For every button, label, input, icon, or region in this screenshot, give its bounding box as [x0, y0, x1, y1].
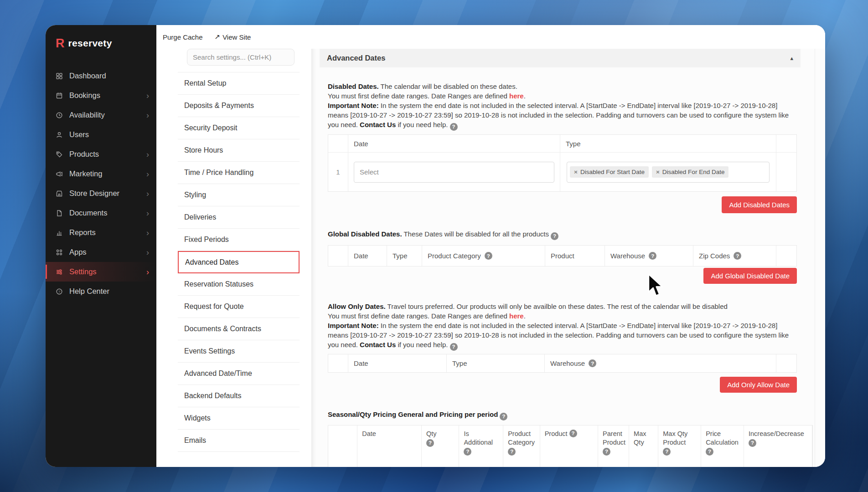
column-header-warehouse: Warehouse?	[605, 246, 693, 266]
column-header-warehouse: Warehouse?	[545, 354, 776, 372]
column-header-increase-decrease: Increase/Decrease?	[744, 425, 812, 467]
settings-nav-item-advanced-date-time[interactable]: Advanced Date/Time	[178, 363, 300, 385]
storefront-icon	[56, 190, 63, 197]
contact-us-link[interactable]: Contact Us	[360, 341, 396, 348]
help-icon[interactable]: ?	[426, 439, 434, 447]
type-tag[interactable]: ×Disabled For End Date	[652, 166, 728, 178]
column-header-is-additional: Is Additional?	[459, 425, 503, 467]
sidebar-item-label: Apps	[69, 248, 87, 256]
settings-nav-item-deposits-payments[interactable]: Deposits & Payments	[178, 95, 300, 117]
help-icon[interactable]: ?	[663, 448, 671, 456]
settings-nav-item-security-deposit[interactable]: Security Deposit	[178, 117, 300, 139]
sidebar-item-marketing[interactable]: Marketing ›	[46, 164, 156, 184]
remove-tag-icon[interactable]: ×	[656, 169, 660, 175]
bar-chart-icon	[56, 229, 63, 236]
add-global-disabled-date-button[interactable]: Add Global Disabled Date	[703, 268, 797, 284]
settings-nav-item-store-hours[interactable]: Store Hours	[178, 139, 300, 162]
chevron-right-icon: ›	[146, 248, 149, 256]
sidebar-nav: Dashboard Bookings › Availability › User…	[46, 66, 156, 301]
sidebar-item-label: Store Designer	[69, 189, 119, 198]
column-header-type: Type	[560, 135, 776, 152]
column-header-date: Date	[348, 135, 560, 152]
settings-nav-item-deliveries[interactable]: Deliveries	[178, 206, 300, 229]
settings-nav-item-reservation-statuses[interactable]: Reservation Statuses	[178, 273, 300, 296]
column-header-qty: Qty?	[422, 425, 459, 467]
sidebar-item-label: Help Center	[69, 287, 109, 296]
sidebar-item-dashboard[interactable]: Dashboard	[46, 66, 156, 86]
help-icon[interactable]: ?	[749, 439, 756, 447]
help-icon[interactable]: ?	[589, 359, 596, 367]
settings-nav-item-rental-setup[interactable]: Rental Setup	[178, 72, 300, 95]
sidebar-item-availability[interactable]: Availability ›	[46, 105, 156, 125]
collapse-icon[interactable]: ▴	[790, 55, 793, 62]
settings-search-input[interactable]	[187, 49, 294, 66]
column-header-zip-codes: Zip Codes?	[693, 246, 776, 266]
settings-nav-item-documents-contracts[interactable]: Documents & Contracts	[178, 318, 300, 340]
view-site-link[interactable]: ↗ View Site	[215, 33, 251, 41]
sidebar-item-reports[interactable]: Reports ›	[46, 223, 156, 242]
help-icon[interactable]: ?	[706, 448, 713, 456]
allow-only-dates-title: Allow Only Dates.	[328, 302, 386, 310]
add-disabled-dates-button[interactable]: Add Disabled Dates	[722, 196, 797, 213]
help-icon[interactable]: ?	[734, 252, 741, 260]
disabled-dates-title: Disabled Dates.	[328, 82, 379, 90]
settings-nav-item-fixed-periods[interactable]: Fixed Periods	[178, 229, 300, 251]
settings-nav-item-request-for-quote[interactable]: Request for Quote	[178, 296, 300, 318]
chevron-right-icon: ›	[146, 111, 149, 119]
sidebar-item-bookings[interactable]: Bookings ›	[46, 86, 156, 105]
help-icon[interactable]: ?	[450, 343, 458, 351]
help-icon[interactable]: ?	[508, 448, 516, 456]
calendar-icon	[56, 92, 63, 99]
app-window: R reservety Dashboard Bookings › Availab…	[46, 25, 825, 467]
help-icon[interactable]: ?	[569, 430, 577, 437]
contact-us-link[interactable]: Contact Us	[360, 121, 396, 128]
remove-tag-icon[interactable]: ×	[574, 169, 578, 175]
sidebar-item-users[interactable]: Users	[46, 125, 156, 144]
sidebar-item-store-designer[interactable]: Store Designer ›	[46, 184, 156, 203]
type-tag[interactable]: ×Disabled For Start Date	[570, 166, 649, 178]
help-icon[interactable]: ?	[485, 252, 492, 260]
chevron-right-icon: ›	[146, 170, 149, 178]
advanced-dates-header[interactable]: Advanced Dates ▴	[320, 49, 801, 67]
here-link[interactable]: here	[509, 92, 524, 100]
disabled-dates-description: Disabled Dates. The calendar will be dis…	[328, 82, 790, 131]
row-number: 1	[336, 168, 340, 176]
dots-grid-icon	[56, 249, 63, 256]
settings-nav-item-advanced-dates[interactable]: Advanced Dates	[178, 251, 300, 273]
disabled-dates-table: Date Type 1 Select ×Disabled For Start D…	[328, 134, 797, 192]
sidebar-item-settings[interactable]: Settings ›	[46, 262, 156, 282]
settings-nav-item-time-price-handling[interactable]: Time / Price Handling	[178, 162, 300, 184]
help-icon[interactable]: ?	[500, 413, 507, 420]
help-icon[interactable]: ?	[464, 448, 471, 456]
sidebar-item-documents[interactable]: Documents ›	[46, 203, 156, 223]
sidebar-item-apps[interactable]: Apps ›	[46, 242, 156, 262]
table-header-row: Date Type Product Category? Product Ware…	[328, 246, 796, 266]
settings-nav-item-emails[interactable]: Emails	[178, 430, 300, 452]
column-header-max-qty: Max Qty	[629, 425, 658, 467]
purge-cache-button[interactable]: Purge Cache	[163, 33, 203, 41]
sidebar-item-help-center[interactable]: ? Help Center	[46, 282, 156, 301]
global-disabled-dates-heading: Global Disabled Dates. These Dates will …	[328, 230, 558, 240]
seasonal-pricing-heading: Seasonal/Qty Pricing General and Pricing…	[328, 410, 507, 420]
sidebar-item-products[interactable]: Products ›	[46, 144, 156, 164]
chevron-right-icon: ›	[146, 209, 149, 217]
settings-nav-item-events-settings[interactable]: Events Settings	[178, 340, 300, 363]
here-link[interactable]: here	[509, 312, 524, 320]
help-icon[interactable]: ?	[603, 448, 610, 456]
column-header-parent-product: Parent Product?	[598, 425, 629, 467]
date-select-dropdown[interactable]: Select	[354, 162, 554, 183]
settings-nav-item-widgets[interactable]: Widgets	[178, 407, 300, 430]
help-icon[interactable]: ?	[649, 252, 656, 260]
settings-nav-list: Rental Setup Deposits & Payments Securit…	[178, 72, 300, 452]
column-header-price-calculation: Price Calculation?	[701, 425, 744, 467]
add-only-allow-date-button[interactable]: Add Only Allow Date	[720, 377, 797, 393]
view-site-label: View Site	[222, 33, 251, 41]
column-header-date: Date	[357, 425, 422, 467]
help-icon[interactable]: ?	[450, 123, 458, 131]
help-icon[interactable]: ?	[551, 232, 558, 240]
type-multiselect[interactable]: ×Disabled For Start Date ×Disabled For E…	[567, 162, 770, 183]
settings-nav-item-styling[interactable]: Styling	[178, 184, 300, 206]
brand-logo[interactable]: R reservety	[46, 25, 156, 62]
column-header-date: Date	[348, 354, 447, 372]
settings-nav-item-backend-defaults[interactable]: Backend Defaults	[178, 385, 300, 407]
